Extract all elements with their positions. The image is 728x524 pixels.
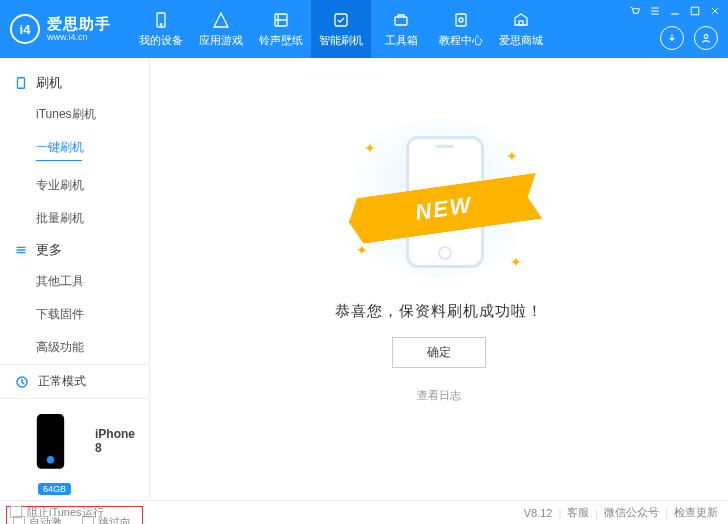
download-icon[interactable] <box>660 26 684 50</box>
sidebar: 刷机iTunes刷机一键刷机专业刷机批量刷机更多其他工具下载固件高级功能 正常模… <box>0 58 150 500</box>
sidebar-section-刷机[interactable]: 刷机 <box>0 68 149 98</box>
main-panel: ✦ ✦ ✦ ✦ NEW 恭喜您，保资料刷机成功啦！ 确定 查看日志 <box>150 58 728 500</box>
nav-工具箱[interactable]: 工具箱 <box>371 0 431 58</box>
nav-icon <box>212 11 230 29</box>
svg-point-9 <box>704 35 708 39</box>
sidebar-item-其他工具[interactable]: 其他工具 <box>36 265 149 298</box>
app-header: i4 爱思助手 www.i4.cn 我的设备应用游戏铃声壁纸智能刷机工具箱教程中… <box>0 0 728 58</box>
svg-rect-7 <box>519 21 523 25</box>
sidebar-item-一键刷机[interactable]: 一键刷机 <box>36 131 149 169</box>
storage-badge: 64GB <box>38 483 71 495</box>
nav-icon <box>152 11 170 29</box>
view-log-link[interactable]: 查看日志 <box>417 388 461 403</box>
svg-rect-8 <box>691 7 699 15</box>
nav-icon <box>512 11 530 29</box>
success-message: 恭喜您，保资料刷机成功啦！ <box>335 302 543 321</box>
user-icon[interactable] <box>694 26 718 50</box>
nav-icon <box>272 11 290 29</box>
window-controls <box>628 4 722 18</box>
wechat-link[interactable]: 微信公众号 <box>604 505 659 520</box>
sparkle-icon: ✦ <box>510 254 522 270</box>
svg-rect-4 <box>395 17 407 25</box>
cart-icon[interactable] <box>628 4 642 18</box>
sparkle-icon: ✦ <box>506 148 518 164</box>
sparkle-icon: ✦ <box>364 140 376 156</box>
mode-row[interactable]: 正常模式 <box>0 364 149 398</box>
menu-icon[interactable] <box>648 4 662 18</box>
nav-我的设备[interactable]: 我的设备 <box>131 0 191 58</box>
success-illustration: ✦ ✦ ✦ ✦ NEW <box>334 118 544 278</box>
top-nav: 我的设备应用游戏铃声壁纸智能刷机工具箱教程中心爱思商城 <box>131 0 551 58</box>
svg-rect-10 <box>18 78 25 89</box>
svg-point-1 <box>160 23 162 25</box>
sidebar-item-高级功能[interactable]: 高级功能 <box>36 331 149 364</box>
nav-icon <box>392 11 410 29</box>
sidebar-section-更多[interactable]: 更多 <box>0 235 149 265</box>
nav-铃声壁纸[interactable]: 铃声壁纸 <box>251 0 311 58</box>
sidebar-item-iTunes刷机[interactable]: iTunes刷机 <box>36 98 149 131</box>
nav-爱思商城[interactable]: 爱思商城 <box>491 0 551 58</box>
brand-url: www.i4.cn <box>47 32 111 42</box>
minimize-icon[interactable] <box>668 4 682 18</box>
ok-button[interactable]: 确定 <box>392 337 486 368</box>
nav-icon <box>452 11 470 29</box>
sidebar-item-下载固件[interactable]: 下载固件 <box>36 298 149 331</box>
device-row[interactable]: iPhone 8 <box>14 405 135 478</box>
logo-icon: i4 <box>10 14 40 44</box>
service-link[interactable]: 客服 <box>567 505 589 520</box>
mode-label: 正常模式 <box>38 373 86 390</box>
brand: i4 爱思助手 www.i4.cn <box>10 14 111 44</box>
maximize-icon[interactable] <box>688 4 702 18</box>
block-itunes-checkbox[interactable]: 阻止iTunes运行 <box>10 505 104 520</box>
sidebar-item-专业刷机[interactable]: 专业刷机 <box>36 169 149 202</box>
sidebar-item-批量刷机[interactable]: 批量刷机 <box>36 202 149 235</box>
check-update-link[interactable]: 检查更新 <box>674 505 718 520</box>
version-label: V8.12 <box>524 507 553 519</box>
svg-point-6 <box>459 18 463 22</box>
nav-应用游戏[interactable]: 应用游戏 <box>191 0 251 58</box>
svg-rect-5 <box>456 14 466 26</box>
svg-rect-3 <box>335 14 347 26</box>
nav-icon <box>332 11 350 29</box>
nav-教程中心[interactable]: 教程中心 <box>431 0 491 58</box>
brand-name: 爱思助手 <box>47 15 111 32</box>
nav-智能刷机[interactable]: 智能刷机 <box>311 0 371 58</box>
device-name: iPhone 8 <box>95 427 135 455</box>
svg-point-13 <box>47 456 54 463</box>
close-icon[interactable] <box>708 4 722 18</box>
sparkle-icon: ✦ <box>356 242 368 258</box>
